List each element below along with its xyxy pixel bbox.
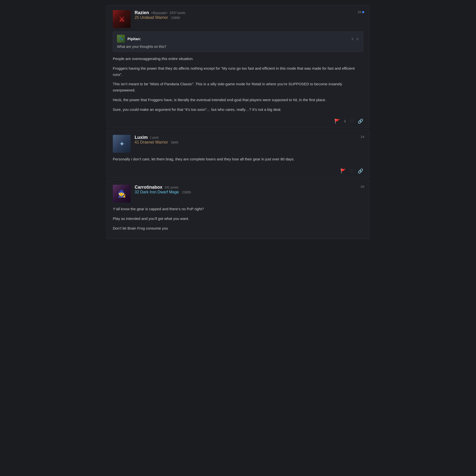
post-count: 191 posts	[164, 185, 178, 189]
like-count: 4	[344, 119, 346, 123]
post-luxim: Luxim 1 post 41 Draenei Warrior 5845 1d …	[107, 130, 369, 178]
post-body: People are overexaggerating this entire …	[113, 56, 363, 113]
post-meta: Razien <Ryuusei> 2537 posts 25 Undead Wa…	[135, 10, 363, 20]
post-footer: 🚩 ♡ 🔗	[113, 166, 363, 174]
avatar	[113, 10, 131, 28]
quote-block: Pipitan: ∨ ∧ What are your thoughts on t…	[113, 31, 363, 52]
char-level-class: 32 Dark Iron Dwarf Mage	[135, 190, 179, 194]
post-paragraph-3: This isn’t meant to be “Mists of Pandari…	[113, 81, 363, 93]
post-paragraph-3: Don’t let Brain Frog consume you	[113, 225, 363, 232]
like-button[interactable]: ♡	[350, 119, 354, 124]
post-carrotinabox: Carrotinabox 191 posts 32 Dark Iron Dwar…	[107, 179, 369, 239]
share-button[interactable]: 🔗	[358, 168, 363, 174]
expand-icon[interactable]: ∧	[356, 36, 359, 41]
username: Carrotinabox	[135, 185, 162, 190]
like-button[interactable]: ♡	[350, 168, 354, 174]
username: Luxim	[135, 135, 148, 140]
flag-button[interactable]: 🚩	[334, 119, 340, 124]
post-meta: Carrotinabox 191 posts 32 Dark Iron Dwar…	[135, 185, 363, 194]
post-meta: Luxim 1 post 41 Draenei Warrior 5845	[135, 135, 363, 145]
post-paragraph-2: Play as intended and you’ll get what you…	[113, 216, 363, 222]
post-paragraph-1: Personally i don’t care, let them brag, …	[113, 156, 363, 162]
char-level-class: 41 Draenei Warrior	[135, 140, 168, 144]
post-header: Razien <Ryuusei> 2537 posts 25 Undead Wa…	[113, 10, 363, 28]
username-line: Carrotinabox 191 posts	[135, 185, 363, 190]
post-header: Carrotinabox 191 posts 32 Dark Iron Dwar…	[113, 185, 363, 203]
post-body: Y’all know the gear is capped and there’…	[113, 206, 363, 231]
avatar	[113, 135, 131, 153]
quote-text: What are your thoughts on this?	[117, 45, 359, 49]
online-indicator	[362, 11, 364, 13]
quote-actions[interactable]: ∨ ∧	[351, 36, 359, 41]
quote-username: Pipitan:	[127, 37, 141, 41]
char-score: 23890	[171, 16, 180, 20]
post-body: Personally i don’t care, let them brag, …	[113, 156, 363, 162]
post-count: 1 post	[150, 136, 158, 139]
collapse-icon[interactable]: ∨	[351, 36, 354, 41]
post-footer: 🚩 4 ♡ 🔗	[113, 117, 363, 124]
timestamp: 2d	[361, 185, 364, 188]
post-paragraph-1: Y’all know the gear is capped and there’…	[113, 206, 363, 212]
quote-header: Pipitan: ∨ ∧	[117, 35, 359, 43]
post-razien: Razien <Ryuusei> 2537 posts 25 Undead Wa…	[107, 5, 369, 128]
timestamp: 1d	[361, 135, 364, 139]
post-paragraph-2: Froggers having the power that they do a…	[113, 65, 363, 78]
char-info: 32 Dark Iron Dwarf Mage 23955	[135, 190, 363, 194]
quote-author-area: Pipitan:	[117, 35, 141, 43]
char-info: 41 Draenei Warrior 5845	[135, 140, 363, 145]
char-score: 5845	[171, 141, 178, 144]
username: Razien	[135, 10, 149, 15]
username-line: Luxim 1 post	[135, 135, 363, 140]
quote-avatar	[117, 35, 125, 43]
post-paragraph-5: Sure, you could make an argument for tha…	[113, 107, 363, 113]
post-header: Luxim 1 post 41 Draenei Warrior 5845	[113, 135, 363, 153]
post-paragraph-1: People are overexaggerating this entire …	[113, 56, 363, 62]
username-line: Razien <Ryuusei> 2537 posts	[135, 10, 363, 15]
post-count: 2537 posts	[170, 11, 185, 15]
flag-button[interactable]: 🚩	[340, 168, 346, 174]
char-level-class: 25 Undead Warrior	[135, 15, 168, 20]
share-button[interactable]: 🔗	[358, 119, 363, 124]
timestamp: 2d	[358, 10, 364, 14]
avatar	[113, 185, 131, 203]
char-info: 25 Undead Warrior 23890	[135, 15, 363, 20]
guild-tag: <Ryuusei>	[151, 11, 168, 15]
char-score: 23955	[182, 190, 191, 194]
post-paragraph-4: Heck, the power that Froggers have, is l…	[113, 97, 363, 103]
